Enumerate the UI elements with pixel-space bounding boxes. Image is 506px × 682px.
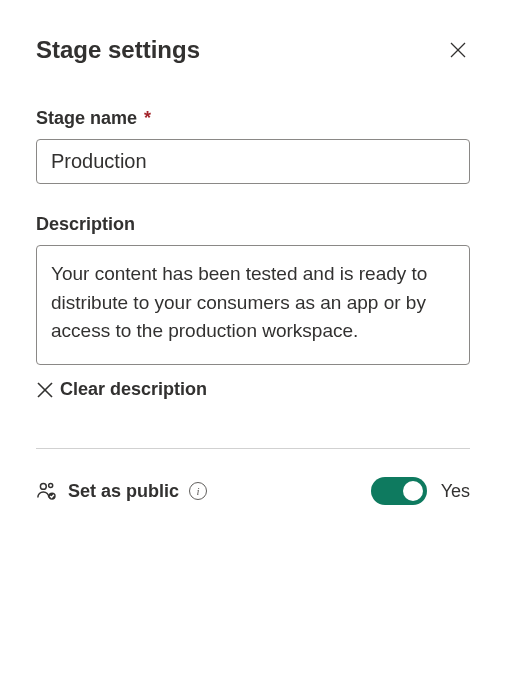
stage-name-label-text: Stage name bbox=[36, 108, 137, 128]
clear-description-button[interactable]: Clear description bbox=[36, 379, 470, 400]
close-icon bbox=[36, 381, 54, 399]
set-as-public-label: Set as public bbox=[68, 481, 179, 502]
people-public-icon bbox=[36, 480, 58, 502]
stage-name-label: Stage name * bbox=[36, 108, 470, 129]
close-button[interactable] bbox=[446, 38, 470, 62]
svg-point-4 bbox=[40, 483, 46, 489]
set-as-public-toggle-wrap: Yes bbox=[371, 477, 470, 505]
svg-point-5 bbox=[49, 483, 53, 487]
info-icon[interactable]: i bbox=[189, 482, 207, 500]
panel-title: Stage settings bbox=[36, 36, 200, 64]
panel-header: Stage settings bbox=[36, 36, 470, 64]
section-divider bbox=[36, 448, 470, 449]
set-as-public-toggle[interactable] bbox=[371, 477, 427, 505]
toggle-knob bbox=[403, 481, 423, 501]
set-as-public-left: Set as public i bbox=[36, 480, 207, 502]
description-label: Description bbox=[36, 214, 470, 235]
close-icon bbox=[449, 41, 467, 59]
set-as-public-row: Set as public i Yes bbox=[36, 477, 470, 505]
set-as-public-toggle-state: Yes bbox=[441, 481, 470, 502]
required-indicator: * bbox=[144, 108, 151, 128]
description-field: Description Your content has been tested… bbox=[36, 214, 470, 400]
stage-name-input[interactable] bbox=[36, 139, 470, 184]
description-textarea[interactable]: Your content has been tested and is read… bbox=[36, 245, 470, 365]
clear-description-label: Clear description bbox=[60, 379, 207, 400]
stage-name-field: Stage name * bbox=[36, 108, 470, 184]
